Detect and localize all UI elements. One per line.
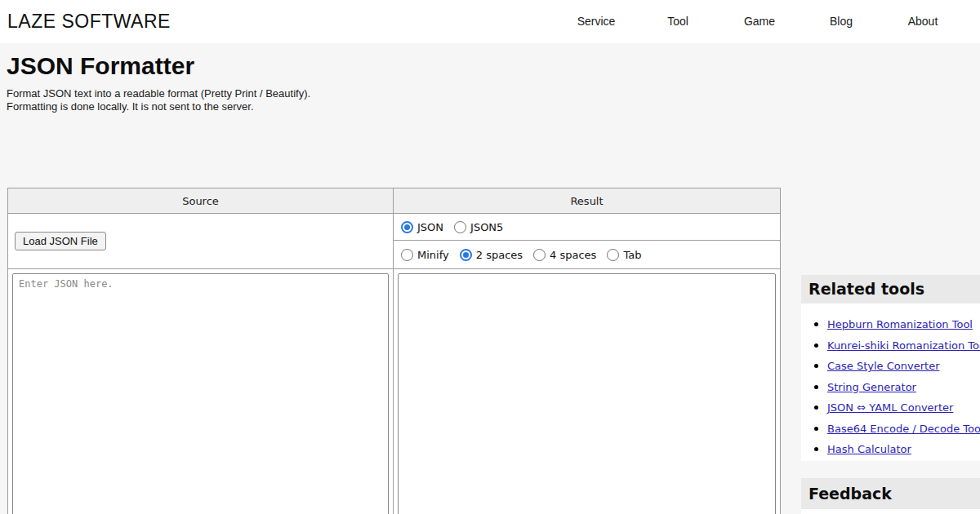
related-tools-heading: Related tools [801, 275, 980, 304]
radio-button-4-spaces[interactable] [533, 249, 546, 261]
source-column-header: Source [8, 188, 394, 213]
radio-option-tab[interactable]: Tab [607, 249, 641, 261]
nav-item-blog[interactable]: Blog [800, 0, 882, 43]
format-type-radio-group: JSONJSON5 [394, 214, 780, 241]
main-nav: ServiceToolGameBlogAbout [555, 0, 964, 43]
radio-label-json: JSON [417, 221, 443, 233]
feedback-heading: Feedback [801, 478, 980, 509]
related-tool-item: String Generator [827, 377, 980, 398]
related-tool-link-string-generator[interactable]: String Generator [827, 381, 916, 393]
radio-label-minify: Minify [417, 249, 449, 261]
related-tool-link-hash-calculator[interactable]: Hash Calculator [827, 443, 911, 455]
radio-option-json[interactable]: JSON [401, 221, 443, 233]
radio-button-json5[interactable] [454, 221, 466, 233]
related-tool-link-json-yaml-converter[interactable]: JSON ⇔ YAML Converter [827, 401, 953, 414]
load-json-file-button[interactable]: Load JSON File [15, 232, 106, 250]
site-header: LAZE SOFTWARE ServiceToolGameBlogAbout [0, 0, 980, 43]
source-textarea[interactable] [12, 273, 389, 514]
formatter-table: Source Result Load JSON File JSONJSON5 M… [7, 188, 781, 514]
radio-label-json5: JSON5 [470, 221, 503, 233]
related-tool-link-base64-encode-decode-tool[interactable]: Base64 Encode / Decode Tool [827, 423, 980, 435]
radio-button-2-spaces[interactable] [460, 249, 472, 261]
page: LAZE SOFTWARE ServiceToolGameBlogAbout J… [0, 0, 980, 514]
result-textarea[interactable] [398, 273, 776, 514]
related-tools-list: Hepburn Romanization ToolKunrei-shiki Ro… [801, 304, 980, 460]
related-tool-item: Case Style Converter [827, 356, 980, 377]
result-column-header: Result [394, 188, 780, 213]
radio-label-tab: Tab [623, 249, 641, 261]
related-tool-link-kunrei-shiki-romanization-tool[interactable]: Kunrei-shiki Romanization Tool [827, 339, 980, 352]
source-controls-cell: Load JSON File [8, 214, 394, 268]
radio-option-4-spaces[interactable]: 4 spaces [533, 249, 596, 261]
nav-item-service[interactable]: Service [555, 0, 637, 43]
site-logo[interactable]: LAZE SOFTWARE [7, 11, 171, 33]
nav-item-game[interactable]: Game [719, 0, 800, 43]
related-tool-item: Hepburn Romanization Tool [827, 314, 980, 335]
radio-label-2-spaces: 2 spaces [476, 249, 523, 261]
formatter-table-header: Source Result [8, 188, 780, 214]
radio-option-json5[interactable]: JSON5 [454, 221, 503, 233]
radio-button-json[interactable] [401, 221, 413, 233]
radio-button-tab[interactable] [607, 249, 619, 261]
related-tools-panel: Hepburn Romanization ToolKunrei-shiki Ro… [801, 304, 980, 461]
indent-radio-group: Minify2 spaces4 spacesTab [394, 241, 780, 268]
page-description-line2: Formatting is done locally. It is not se… [7, 100, 310, 113]
source-textarea-cell [8, 269, 394, 514]
formatter-controls-row: Load JSON File JSONJSON5 Minify2 spaces4… [8, 214, 780, 269]
related-tool-item: JSON ⇔ YAML Converter [827, 397, 980, 419]
formatter-textareas-row [8, 269, 780, 514]
page-description-line1: Format JSON text into a readable format … [7, 87, 310, 100]
page-description: Format JSON text into a readable format … [7, 87, 310, 113]
radio-option-minify[interactable]: Minify [401, 249, 449, 261]
related-tool-link-hepburn-romanization-tool[interactable]: Hepburn Romanization Tool [827, 318, 973, 330]
related-tool-link-case-style-converter[interactable]: Case Style Converter [827, 360, 939, 372]
related-tool-item: Kunrei-shiki Romanization Tool [827, 335, 980, 357]
related-tool-item: Hash Calculator [827, 439, 980, 460]
nav-item-tool[interactable]: Tool [637, 0, 719, 43]
result-textarea-cell [394, 269, 780, 514]
feedback-panel [801, 509, 980, 514]
nav-item-about[interactable]: About [882, 0, 964, 43]
radio-label-4-spaces: 4 spaces [550, 249, 596, 261]
page-title: JSON Formatter [7, 52, 194, 80]
result-controls-cell: JSONJSON5 Minify2 spaces4 spacesTab [394, 214, 780, 268]
radio-button-minify[interactable] [401, 249, 413, 261]
radio-option-2-spaces[interactable]: 2 spaces [460, 249, 523, 261]
related-tool-item: Base64 Encode / Decode Tool [827, 419, 980, 440]
